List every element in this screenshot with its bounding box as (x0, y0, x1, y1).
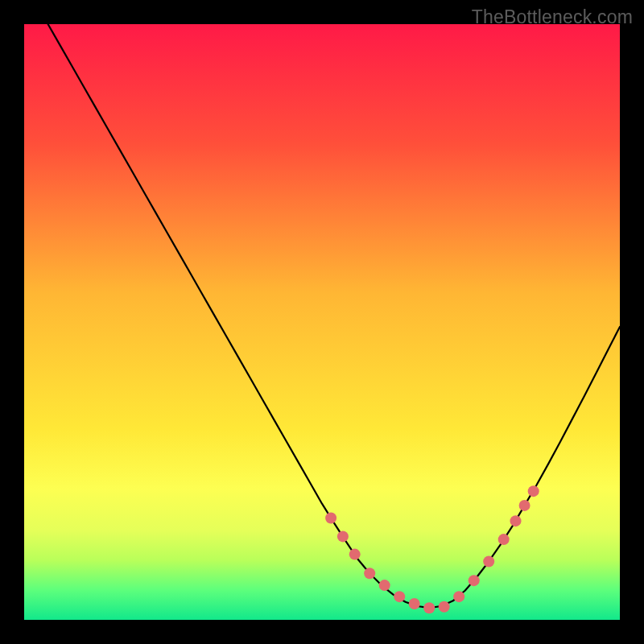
svg-point-11 (469, 575, 480, 586)
svg-rect-0 (24, 24, 620, 620)
svg-point-15 (519, 500, 530, 511)
svg-point-13 (498, 534, 510, 545)
svg-point-16 (528, 485, 539, 497)
svg-point-1 (325, 512, 336, 523)
svg-point-2 (337, 530, 349, 542)
svg-point-9 (439, 601, 450, 613)
svg-point-3 (349, 549, 361, 560)
svg-point-5 (379, 580, 390, 591)
svg-point-10 (453, 591, 464, 602)
chart-container: TheBottleneck.com (0, 0, 644, 644)
svg-point-7 (409, 598, 420, 609)
svg-point-14 (510, 515, 522, 526)
chart-svg (24, 24, 620, 620)
svg-point-12 (483, 555, 494, 567)
svg-point-8 (423, 602, 435, 613)
svg-point-6 (394, 591, 405, 602)
plot-area (24, 24, 620, 620)
svg-point-4 (364, 568, 375, 579)
